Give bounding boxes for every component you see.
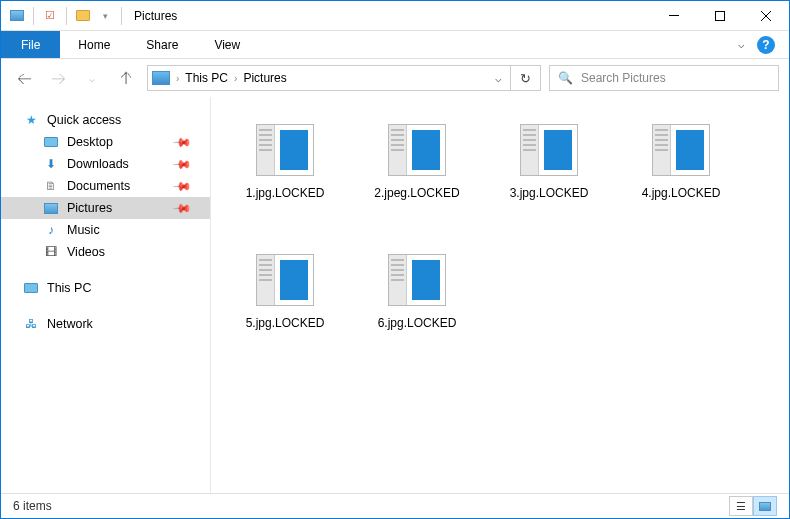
- pin-icon: 📌: [172, 154, 193, 175]
- sidebar-item-videos[interactable]: 🎞 Videos: [1, 241, 210, 263]
- window-title: Pictures: [134, 9, 177, 23]
- tab-share[interactable]: Share: [128, 31, 196, 58]
- file-name: 5.jpg.LOCKED: [246, 316, 325, 330]
- breadcrumb-part[interactable]: Pictures: [243, 71, 286, 85]
- file-name: 4.jpg.LOCKED: [642, 186, 721, 200]
- qat-customize-icon[interactable]: ▾: [95, 6, 115, 26]
- file-thumbnail-icon: [256, 254, 314, 306]
- tab-view[interactable]: View: [196, 31, 258, 58]
- window-controls: [651, 1, 789, 31]
- sidebar-quick-access[interactable]: ★ Quick access: [1, 109, 210, 131]
- close-button[interactable]: [743, 1, 789, 31]
- chevron-right-icon[interactable]: ›: [232, 73, 239, 84]
- downloads-icon: ⬇: [43, 156, 59, 172]
- status-bar: 6 items ☰: [1, 493, 789, 518]
- maximize-button[interactable]: [697, 1, 743, 31]
- sidebar-network[interactable]: 🖧 Network: [1, 313, 210, 335]
- address-dropdown-icon[interactable]: ⌵: [491, 72, 506, 85]
- properties-qat-icon[interactable]: ☑: [40, 6, 60, 26]
- ribbon-expand-icon[interactable]: ⌵: [738, 38, 745, 51]
- minimize-button[interactable]: [651, 1, 697, 31]
- breadcrumb-part[interactable]: This PC: [185, 71, 228, 85]
- file-item[interactable]: 6.jpg.LOCKED: [353, 241, 481, 367]
- file-name: 1.jpg.LOCKED: [246, 186, 325, 200]
- file-item[interactable]: 4.jpg.LOCKED: [617, 111, 745, 237]
- details-view-button[interactable]: ☰: [729, 496, 753, 516]
- file-name: 3.jpg.LOCKED: [510, 186, 589, 200]
- item-count: 6 items: [13, 499, 52, 513]
- tab-home[interactable]: Home: [60, 31, 128, 58]
- music-icon: ♪: [43, 222, 59, 238]
- view-toggle: ☰: [729, 496, 777, 516]
- pin-icon: 📌: [172, 132, 193, 153]
- videos-icon: 🎞: [43, 244, 59, 260]
- file-name: 6.jpg.LOCKED: [378, 316, 457, 330]
- svg-rect-0: [669, 15, 679, 16]
- sidebar-item-music[interactable]: ♪ Music: [1, 219, 210, 241]
- file-thumbnail-icon: [256, 124, 314, 176]
- titlebar: ☑ ▾ Pictures: [1, 1, 789, 31]
- file-thumbnail-icon: [388, 254, 446, 306]
- file-thumbnail-icon: [388, 124, 446, 176]
- file-thumbnail-icon: [652, 124, 710, 176]
- file-name: 2.jpeg.LOCKED: [374, 186, 459, 200]
- search-placeholder: Search Pictures: [581, 71, 666, 85]
- file-list[interactable]: 1.jpg.LOCKED 2.jpeg.LOCKED 3.jpg.LOCKED …: [211, 97, 789, 493]
- sidebar-item-downloads[interactable]: ⬇ Downloads 📌: [1, 153, 210, 175]
- search-icon: 🔍: [558, 71, 573, 85]
- desktop-icon: [43, 134, 59, 150]
- star-icon: ★: [23, 112, 39, 128]
- file-item[interactable]: 1.jpg.LOCKED: [221, 111, 349, 237]
- pictures-icon: [43, 200, 59, 216]
- sidebar-item-desktop[interactable]: Desktop 📌: [1, 131, 210, 153]
- recent-locations-icon[interactable]: ⌵: [79, 65, 105, 91]
- location-icon: [152, 71, 170, 85]
- this-pc-icon: [23, 280, 39, 296]
- sidebar-item-documents[interactable]: 🗎 Documents 📌: [1, 175, 210, 197]
- file-item[interactable]: 3.jpg.LOCKED: [485, 111, 613, 237]
- search-input[interactable]: 🔍 Search Pictures: [549, 65, 779, 91]
- pin-icon: 📌: [172, 198, 193, 219]
- sidebar-item-pictures[interactable]: Pictures 📌: [1, 197, 210, 219]
- network-icon: 🖧: [23, 316, 39, 332]
- new-folder-qat-icon[interactable]: [73, 6, 93, 26]
- help-icon[interactable]: ?: [757, 36, 775, 54]
- navigation-pane: ★ Quick access Desktop 📌 ⬇ Downloads 📌 🗎…: [1, 97, 211, 493]
- file-tab[interactable]: File: [1, 31, 60, 58]
- sidebar-this-pc[interactable]: This PC: [1, 277, 210, 299]
- app-icon: [7, 6, 27, 26]
- thumbnails-view-button[interactable]: [753, 496, 777, 516]
- file-thumbnail-icon: [520, 124, 578, 176]
- svg-rect-1: [716, 11, 725, 20]
- refresh-button[interactable]: ↻: [511, 65, 541, 91]
- up-button[interactable]: 🡡: [113, 65, 139, 91]
- file-item[interactable]: 2.jpeg.LOCKED: [353, 111, 481, 237]
- breadcrumb[interactable]: › This PC › Pictures ⌵: [147, 65, 511, 91]
- forward-button[interactable]: 🡢: [45, 65, 71, 91]
- address-bar: 🡠 🡢 ⌵ 🡡 › This PC › Pictures ⌵ ↻ 🔍 Searc…: [1, 59, 789, 97]
- documents-icon: 🗎: [43, 178, 59, 194]
- ribbon-tabs: File Home Share View ⌵ ?: [1, 31, 789, 59]
- quick-access-toolbar: ☑ ▾: [1, 6, 126, 26]
- pin-icon: 📌: [172, 176, 193, 197]
- back-button[interactable]: 🡠: [11, 65, 37, 91]
- file-item[interactable]: 5.jpg.LOCKED: [221, 241, 349, 367]
- chevron-right-icon[interactable]: ›: [174, 73, 181, 84]
